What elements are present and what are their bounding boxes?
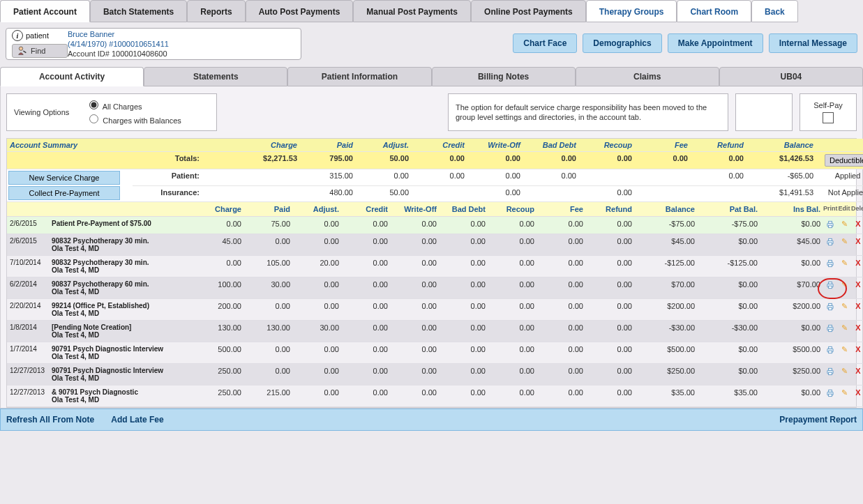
charge-value: 0.00 — [537, 342, 586, 364]
tab-patient-account[interactable]: Patient Account — [0, 0, 90, 22]
deductible-button[interactable]: Deductible — [825, 154, 863, 167]
print-button[interactable] — [823, 364, 837, 385]
subtab-statements[interactable]: Statements — [144, 67, 287, 86]
find-button[interactable]: Find — [12, 44, 68, 58]
delete-button[interactable]: X — [851, 385, 863, 407]
subtab-ub04[interactable]: UB04 — [719, 67, 863, 86]
patient-adjust: 0.00 — [356, 169, 412, 186]
patient-row-label: Patient: — [133, 169, 202, 186]
col-recoup: Recoup — [579, 139, 635, 152]
hdr-delete: Delete — [851, 202, 863, 217]
charge-value: 0.00 — [440, 364, 488, 385]
delete-button[interactable]: X — [851, 321, 863, 342]
print-button[interactable] — [823, 256, 837, 277]
print-button[interactable] — [823, 217, 837, 234]
edit-button[interactable]: ✎ — [837, 299, 851, 321]
charge-value: $500.00 — [760, 342, 823, 364]
tab-auto-post-payments[interactable]: Auto Post Payments — [246, 0, 354, 22]
prepayment-report-button[interactable]: Prepayment Report — [779, 415, 857, 425]
charge-value: 0.00 — [391, 385, 440, 407]
charge-value: 0.00 — [293, 234, 342, 256]
print-button[interactable] — [823, 234, 837, 256]
charge-value: 0.00 — [293, 364, 342, 385]
charge-list-header: Charge Paid Adjust. Credit Write-Off Bad… — [7, 202, 856, 217]
edit-button[interactable]: ✎ — [837, 385, 851, 407]
col-charge: Charge — [202, 139, 300, 152]
charge-description: 99214 (Office Pt, Established)Ola Test 4… — [49, 299, 195, 321]
print-button[interactable] — [823, 385, 837, 407]
tab-online-post-payments[interactable]: Online Post Payments — [471, 0, 586, 22]
charge-value: -$75.00 — [635, 217, 698, 234]
col-credit: Credit — [412, 139, 467, 152]
new-service-charge-button[interactable]: New Service Charge — [8, 171, 120, 185]
print-button[interactable] — [823, 321, 837, 342]
delete-button[interactable]: X — [851, 299, 863, 321]
edit-button[interactable]: ✎ — [837, 342, 851, 364]
self-pay-checkbox[interactable] — [823, 112, 834, 123]
internal-message-button[interactable]: Internal Message — [769, 33, 857, 53]
tab-therapy-groups[interactable]: Therapy Groups — [586, 0, 677, 22]
delete-button[interactable]: X — [851, 256, 863, 277]
tab-back[interactable]: Back — [751, 0, 798, 22]
charges-with-balances-radio[interactable]: Charges with Balances — [86, 112, 181, 126]
charge-value: 0.00 — [537, 277, 586, 299]
tab-batch-statements[interactable]: Batch Statements — [90, 0, 187, 22]
ins-balance: $1,491.53 — [746, 186, 816, 203]
subtab-claims[interactable]: Claims — [576, 67, 719, 86]
subtab-billing-notes[interactable]: Billing Notes — [432, 67, 576, 86]
charge-description: & 90791 Psych DiagnosticOla Test 4, MD — [49, 385, 195, 407]
charge-description: 90791 Psych Diagnostic InterviewOla Test… — [49, 342, 195, 364]
subtab-account-activity[interactable]: Account Activity — [0, 67, 144, 86]
ins-charge — [202, 186, 300, 203]
charge-value: $200.00 — [635, 299, 698, 321]
edit-button[interactable]: ✎ — [837, 234, 851, 256]
charge-value: $0.00 — [760, 217, 823, 234]
delete-button[interactable]: X — [851, 217, 863, 234]
charge-value: $0.00 — [698, 299, 760, 321]
insurance-row-label: Insurance: — [133, 186, 202, 203]
hdr-edit: Edit — [837, 202, 851, 217]
charge-value: 0.00 — [293, 342, 342, 364]
make-appointment-button[interactable]: Make Appointment — [668, 33, 763, 53]
print-button[interactable] — [823, 277, 837, 299]
printer-icon — [825, 280, 836, 290]
charge-value: $0.00 — [698, 364, 760, 385]
print-button[interactable] — [823, 342, 837, 364]
refresh-all-button[interactable]: Refresh All From Note — [6, 415, 94, 425]
charge-value: $250.00 — [760, 364, 823, 385]
tab-reports[interactable]: Reports — [187, 0, 245, 22]
chart-face-button[interactable]: Chart Face — [513, 33, 577, 53]
edit-button[interactable]: ✎ — [837, 364, 851, 385]
delete-button[interactable]: X — [851, 342, 863, 364]
demographics-button[interactable]: Demographics — [583, 33, 661, 53]
edit-button[interactable]: ✎ — [837, 321, 851, 342]
edit-button[interactable]: ✎ — [837, 217, 851, 234]
tab-chart-room[interactable]: Chart Room — [677, 0, 751, 22]
tab-manual-post-payments[interactable]: Manual Post Payments — [353, 0, 471, 22]
delete-button[interactable]: X — [851, 277, 863, 299]
delete-button[interactable]: X — [851, 234, 863, 256]
printer-icon — [825, 302, 836, 312]
charge-value: $45.00 — [760, 234, 823, 256]
patient-box: i patient Find Bruce Banner (4/14/1970) … — [6, 28, 301, 60]
delete-button[interactable]: X — [851, 364, 863, 385]
total-writeoff: 0.00 — [467, 152, 523, 169]
charge-value: 0.00 — [537, 234, 586, 256]
add-late-fee-button[interactable]: Add Late Fee — [111, 415, 163, 425]
charge-row: 1/7/201490791 Psych Diagnostic Interview… — [7, 342, 856, 364]
charge-description: 90832 Psychotherapy 30 min.Ola Test 4, M… — [49, 256, 195, 277]
subtab-patient-information[interactable]: Patient Information — [287, 67, 431, 86]
patient-info: Bruce Banner (4/14/1970) #1000010651411 … — [68, 29, 169, 59]
all-charges-radio[interactable]: All Charges — [86, 98, 181, 112]
patient-recoup — [579, 169, 635, 186]
charge-date: 2/20/2014 — [7, 299, 49, 321]
total-fee: 0.00 — [635, 152, 691, 169]
collect-prepayment-button[interactable]: Collect Pre-Payment — [8, 186, 120, 200]
charge-value: $250.00 — [635, 364, 698, 385]
not-applied-label: Not Applied — [816, 186, 863, 203]
col-baddebt: Bad Debt — [523, 139, 579, 152]
edit-button[interactable]: ✎ — [837, 256, 851, 277]
hdr-baddebt: Bad Debt — [440, 202, 488, 217]
charge-value: 0.00 — [391, 299, 440, 321]
print-button[interactable] — [823, 299, 837, 321]
